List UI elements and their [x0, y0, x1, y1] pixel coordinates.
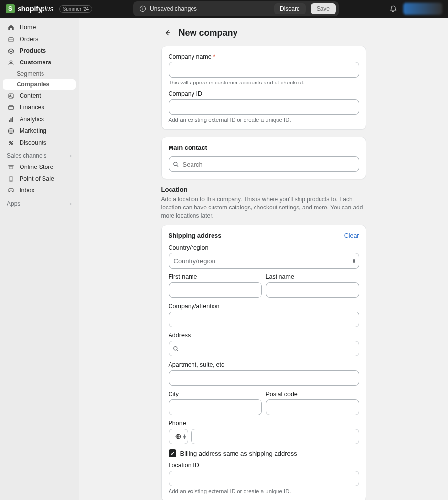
home-icon: [7, 23, 15, 31]
summer-badge: Summer '24: [59, 5, 92, 13]
shipping-address-card: Shipping address Clear Country/region Co…: [161, 225, 366, 500]
svg-point-4: [10, 61, 12, 63]
sidebar-item-products[interactable]: Products: [3, 45, 76, 57]
svg-rect-9: [10, 118, 11, 122]
shopify-bag-icon: S: [6, 4, 15, 13]
sidebar-item-label: Inbox: [20, 187, 35, 194]
sidebar-item-label: Customers: [20, 59, 51, 66]
last-name-input[interactable]: [266, 282, 359, 298]
pos-icon: [7, 175, 15, 183]
sidebar-item-label: Discounts: [20, 139, 46, 146]
svg-rect-16: [9, 177, 13, 181]
last-name-label: Last name: [266, 273, 359, 280]
main-contact-search-input[interactable]: [169, 156, 359, 172]
section-label: Apps: [7, 200, 20, 207]
select-chevron-icon: ▴▾: [183, 434, 186, 439]
svg-point-14: [11, 143, 13, 145]
finances-icon: [7, 104, 15, 111]
country-label: Country/region: [169, 244, 359, 251]
country-select[interactable]: Country/region: [169, 253, 359, 269]
unsaved-changes-bar: Unsaved changes Discard Save: [133, 1, 339, 16]
sidebar-item-discounts[interactable]: Discounts: [3, 137, 76, 148]
discard-button[interactable]: Discard: [274, 3, 306, 14]
clear-button[interactable]: Clear: [344, 232, 359, 239]
chevron-right-icon: ›: [70, 200, 72, 207]
phone-label: Phone: [169, 420, 359, 427]
topbar: S shopifyplus Summer '24 Unsaved changes…: [0, 0, 448, 18]
shipping-heading: Shipping address: [169, 232, 222, 239]
sidebar-item-analytics[interactable]: Analytics: [3, 113, 76, 125]
globe-icon: [175, 433, 182, 440]
address-input[interactable]: [169, 341, 359, 356]
sidebar: Home Orders Products Customers Segments …: [0, 18, 79, 500]
location-description: Add a location to this company. This is …: [161, 195, 366, 220]
orders-icon: [7, 35, 15, 43]
sidebar-item-label: Marketing: [20, 127, 46, 134]
company-id-help: Add an existing external ID or create a …: [169, 117, 359, 123]
billing-same-checkbox[interactable]: [169, 449, 176, 457]
inbox-icon: [7, 187, 15, 194]
sidebar-item-online-store[interactable]: Online Store: [3, 161, 76, 173]
sidebar-item-finances[interactable]: Finances: [3, 102, 76, 113]
back-button[interactable]: [161, 26, 174, 39]
brand-text: shopifyplus: [18, 5, 53, 13]
sidebar-section-sales-channels[interactable]: Sales channels ›: [3, 148, 76, 161]
phone-country-select[interactable]: ▴▾: [169, 429, 188, 444]
postal-input[interactable]: [266, 399, 359, 415]
svg-rect-10: [12, 117, 13, 122]
sidebar-item-inbox[interactable]: Inbox: [3, 185, 76, 196]
svg-point-12: [10, 130, 12, 132]
unsaved-text: Unsaved changes: [150, 5, 197, 12]
content-icon: [7, 92, 15, 100]
store-icon: [7, 163, 15, 171]
sidebar-item-label: Content: [20, 92, 41, 99]
svg-line-24: [177, 350, 178, 351]
apartment-input[interactable]: [169, 370, 359, 386]
svg-line-15: [9, 141, 13, 145]
brand-logo[interactable]: S shopifyplus Summer '24: [6, 4, 92, 13]
sidebar-item-pos[interactable]: Point of Sale: [3, 173, 76, 185]
company-name-label: Company name *: [169, 53, 359, 60]
location-id-input[interactable]: [169, 471, 359, 486]
sidebar-item-label: Companies: [17, 81, 49, 88]
company-attention-label: Company/attention: [169, 303, 359, 310]
location-id-label: Location ID: [169, 462, 359, 469]
search-icon: [172, 161, 179, 167]
sidebar-item-content[interactable]: Content: [3, 90, 76, 102]
company-id-input[interactable]: [169, 99, 359, 115]
store-switcher[interactable]: [403, 3, 442, 15]
svg-point-13: [9, 141, 10, 142]
main-contact-card: Main contact: [161, 137, 366, 179]
sidebar-item-marketing[interactable]: Marketing: [3, 125, 76, 137]
svg-point-11: [8, 128, 14, 134]
sidebar-item-segments[interactable]: Segments: [3, 68, 76, 79]
first-name-input[interactable]: [169, 282, 262, 298]
sidebar-item-customers[interactable]: Customers: [3, 57, 76, 68]
location-id-help: Add an existing external ID or create a …: [169, 488, 359, 494]
sidebar-item-label: Orders: [20, 36, 38, 42]
sidebar-item-home[interactable]: Home: [3, 21, 76, 33]
arrow-left-icon: [164, 29, 171, 37]
main-content: New company Company name * This will app…: [79, 18, 448, 500]
company-name-input[interactable]: [169, 62, 359, 78]
sidebar-item-companies[interactable]: Companies: [3, 79, 76, 90]
sidebar-item-label: Segments: [17, 70, 44, 77]
phone-input[interactable]: [191, 429, 359, 444]
section-label: Sales channels: [7, 152, 46, 159]
search-icon: [172, 345, 179, 352]
first-name-label: First name: [169, 273, 262, 280]
svg-point-21: [173, 162, 177, 166]
marketing-icon: [7, 127, 15, 135]
city-input[interactable]: [169, 399, 262, 415]
location-heading: Location: [161, 186, 366, 193]
billing-same-label: Billing address same as shipping address: [180, 450, 297, 457]
svg-line-22: [177, 165, 178, 167]
company-attention-input[interactable]: [169, 312, 359, 327]
sidebar-section-apps[interactable]: Apps ›: [3, 196, 76, 209]
city-label: City: [169, 391, 262, 397]
main-contact-heading: Main contact: [169, 144, 359, 151]
sidebar-item-orders[interactable]: Orders: [3, 33, 76, 45]
notifications-icon[interactable]: [389, 5, 397, 13]
svg-rect-7: [8, 106, 14, 109]
save-button[interactable]: Save: [311, 3, 336, 14]
